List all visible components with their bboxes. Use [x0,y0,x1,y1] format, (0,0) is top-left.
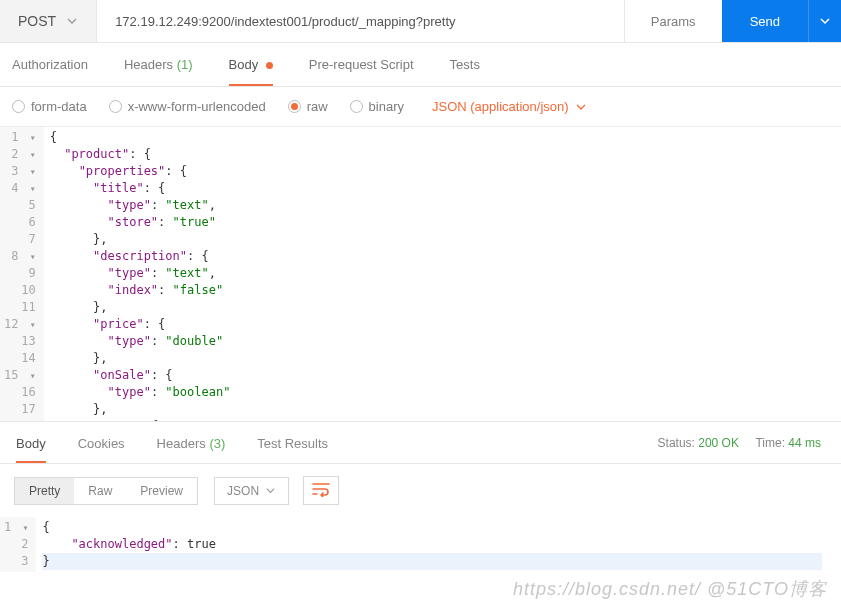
content-type-select[interactable]: JSON (application/json) [432,99,587,114]
content-type-label: JSON (application/json) [432,99,569,114]
chevron-down-icon [265,485,276,496]
editor-gutter: 1 ▾2 ▾3 ▾4 ▾5678 ▾9101112 ▾131415 ▾16171… [0,127,44,421]
editor-gutter: 1 ▾23 [0,517,36,572]
radio-dot-icon [109,100,122,113]
resp-tab-headers[interactable]: Headers (3) [157,432,226,463]
tab-body[interactable]: Body [229,53,273,86]
tab-body-label: Body [229,57,259,72]
chevron-down-icon [819,15,831,27]
resp-tab-headers-label: Headers [157,436,206,451]
body-type-row: form-data x-www-form-urlencoded raw bina… [0,87,841,127]
send-dropdown[interactable] [809,0,841,42]
radio-binary[interactable]: binary [350,99,404,114]
tab-tests[interactable]: Tests [450,53,480,86]
tab-prerequest[interactable]: Pre-request Script [309,53,414,86]
chevron-down-icon [66,15,78,27]
request-tabs: Authorization Headers (1) Body Pre-reque… [0,43,841,87]
radio-raw[interactable]: raw [288,99,328,114]
editor-code[interactable]: { "product": { "properties": { "title": … [44,127,237,421]
radio-dot-icon [350,100,363,113]
tab-authorization[interactable]: Authorization [12,53,88,86]
tab-headers-label: Headers [124,57,173,72]
http-method-select[interactable]: POST [0,0,96,42]
response-header-row: Body Cookies Headers (3) Test Results St… [0,422,841,464]
resp-tab-test-results[interactable]: Test Results [257,432,328,463]
view-raw[interactable]: Raw [74,478,126,504]
tab-headers[interactable]: Headers (1) [124,53,193,86]
chevron-down-icon [575,101,587,113]
request-body-editor[interactable]: 1 ▾2 ▾3 ▾4 ▾5678 ▾9101112 ▾131415 ▾16171… [0,127,841,422]
radio-dot-icon [12,100,25,113]
wrap-icon [312,481,330,497]
status-label: Status: [658,436,695,450]
status-value: 200 OK [698,436,739,450]
body-indicator-dot [266,62,273,69]
resp-tab-cookies[interactable]: Cookies [78,432,125,463]
view-pretty[interactable]: Pretty [15,478,74,504]
time-label: Time: [755,436,785,450]
wrap-lines-button[interactable] [303,476,339,505]
params-button[interactable]: Params [624,0,722,42]
view-preview[interactable]: Preview [126,478,197,504]
response-toolbar: Pretty Raw Preview JSON [0,464,841,517]
tab-headers-count: (1) [177,57,193,72]
resp-tab-body[interactable]: Body [16,432,46,463]
editor-code[interactable]: { "acknowledged": true} [36,517,828,572]
radio-urlencoded[interactable]: x-www-form-urlencoded [109,99,266,114]
request-bar: POST Params Send [0,0,841,43]
http-method-label: POST [18,13,56,29]
response-status: Status: 200 OK Time: 44 ms [658,436,841,450]
radio-dot-icon [288,100,301,113]
radio-form-data[interactable]: form-data [12,99,87,114]
resp-tab-headers-count: (3) [209,436,225,451]
response-lang-select[interactable]: JSON [214,477,289,505]
response-view-select: Pretty Raw Preview [14,477,198,505]
url-input[interactable] [96,0,624,42]
response-tabs: Body Cookies Headers (3) Test Results [0,422,340,463]
time-value: 44 ms [788,436,821,450]
send-button[interactable]: Send [722,0,809,42]
response-body-editor[interactable]: 1 ▾23 { "acknowledged": true} [0,517,841,572]
response-lang-label: JSON [227,484,259,498]
